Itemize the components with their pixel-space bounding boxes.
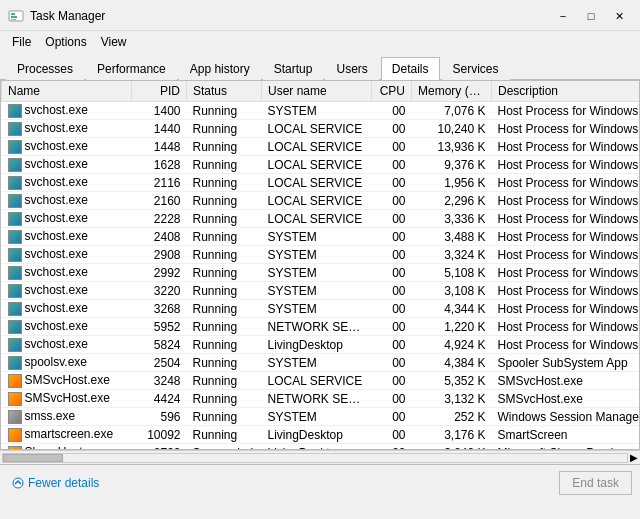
process-description: Host Process for Windows Ser... [492,210,641,228]
table-row[interactable]: svchost.exe1448RunningLOCAL SERVICE0013,… [2,138,641,156]
table-row[interactable]: smartscreen.exe10092RunningLivingDesktop… [2,426,641,444]
menu-options[interactable]: Options [39,33,92,51]
process-pid: 2992 [132,264,187,282]
process-name: svchost.exe [25,139,88,153]
svg-point-4 [13,478,23,488]
process-status: Running [187,282,262,300]
process-cpu: 00 [372,192,412,210]
process-status: Running [187,354,262,372]
table-row[interactable]: svchost.exe5824RunningLivingDesktop004,9… [2,336,641,354]
tab-bar: Processes Performance App history Startu… [0,53,640,80]
col-header-user[interactable]: User name [262,81,372,102]
process-cpu: 00 [372,102,412,120]
process-pid: 596 [132,408,187,426]
process-icon [8,212,22,226]
col-header-status[interactable]: Status [187,81,262,102]
col-header-name[interactable]: Name [2,81,132,102]
process-description: Host Process for Windows Ser... [492,336,641,354]
process-icon [8,176,22,190]
process-cpu: 00 [372,246,412,264]
table-row[interactable]: svchost.exe1400RunningSYSTEM007,076 KHos… [2,102,641,120]
fewer-details-label: Fewer details [28,476,99,490]
process-status: Running [187,138,262,156]
process-name: svchost.exe [25,247,88,261]
table-row[interactable]: svchost.exe3220RunningSYSTEM003,108 KHos… [2,282,641,300]
process-cpu: 00 [372,174,412,192]
table-row[interactable]: svchost.exe2160RunningLOCAL SERVICE002,2… [2,192,641,210]
table-row[interactable]: svchost.exe2116RunningLOCAL SERVICE001,9… [2,174,641,192]
process-memory: 3,324 K [412,246,492,264]
process-user: LOCAL SERVICE [262,156,372,174]
process-memory: 1,956 K [412,174,492,192]
process-cpu: 00 [372,318,412,336]
process-name: svchost.exe [25,103,88,117]
table-row[interactable]: svchost.exe2408RunningSYSTEM003,488 KHos… [2,228,641,246]
process-memory: 9,376 K [412,156,492,174]
menu-bar: File Options View [0,31,640,53]
process-memory: 4,924 K [412,336,492,354]
table-row[interactable]: smss.exe596RunningSYSTEM00252 KWindows S… [2,408,641,426]
process-memory: 1,220 K [412,318,492,336]
process-name: svchost.exe [25,193,88,207]
tab-performance[interactable]: Performance [86,57,177,80]
process-icon [8,356,22,370]
process-description: Host Process for Windows Ser... [492,282,641,300]
process-memory: 252 K [412,408,492,426]
menu-view[interactable]: View [95,33,133,51]
process-name: svchost.exe [25,337,88,351]
process-user: SYSTEM [262,282,372,300]
table-row[interactable]: svchost.exe1628RunningLOCAL SERVICE009,3… [2,156,641,174]
process-icon [8,284,22,298]
process-cpu: 00 [372,120,412,138]
table-row[interactable]: svchost.exe3268RunningSYSTEM004,344 KHos… [2,300,641,318]
tab-app-history[interactable]: App history [179,57,261,80]
col-header-desc[interactable]: Description [492,81,641,102]
process-name: svchost.exe [25,175,88,189]
process-pid: 2408 [132,228,187,246]
process-user: LivingDesktop [262,336,372,354]
tab-processes[interactable]: Processes [6,57,84,80]
process-name: SMSvcHost.exe [25,391,110,405]
tab-details[interactable]: Details [381,57,440,80]
process-pid: 2160 [132,192,187,210]
table-row[interactable]: svchost.exe1440RunningLOCAL SERVICE0010,… [2,120,641,138]
process-status: Running [187,318,262,336]
process-memory: 3,108 K [412,282,492,300]
process-icon [8,104,22,118]
process-pid: 3248 [132,372,187,390]
table-row[interactable]: spoolsv.exe2504RunningSYSTEM004,384 KSpo… [2,354,641,372]
col-header-cpu[interactable]: CPU [372,81,412,102]
process-memory: 2,296 K [412,192,492,210]
close-button[interactable]: ✕ [606,6,632,26]
table-row[interactable]: svchost.exe2992RunningSYSTEM005,108 KHos… [2,264,641,282]
table-row[interactable]: svchost.exe5952RunningNETWORK SERVICE001… [2,318,641,336]
tab-users[interactable]: Users [325,57,378,80]
tab-startup[interactable]: Startup [263,57,324,80]
process-pid: 2908 [132,246,187,264]
process-user: LivingDesktop [262,426,372,444]
table-container: Name PID Status User name CPU Memory (pr… [0,80,640,450]
process-cpu: 00 [372,408,412,426]
process-description: Spooler SubSystem App [492,354,641,372]
fewer-details-button[interactable]: Fewer details [8,474,103,492]
table-row[interactable]: svchost.exe2228RunningLOCAL SERVICE003,3… [2,210,641,228]
process-status: Running [187,372,262,390]
process-user: LOCAL SERVICE [262,174,372,192]
end-task-button[interactable]: End task [559,471,632,495]
process-status: Running [187,390,262,408]
process-pid: 3220 [132,282,187,300]
table-row[interactable]: svchost.exe2908RunningSYSTEM003,324 KHos… [2,246,641,264]
col-header-pid[interactable]: PID [132,81,187,102]
process-user: LOCAL SERVICE [262,138,372,156]
col-header-mem[interactable]: Memory (pri... [412,81,492,102]
process-user: SYSTEM [262,408,372,426]
tab-services[interactable]: Services [442,57,510,80]
table-row[interactable]: SMSvcHost.exe4424RunningNETWORK SERVICE0… [2,390,641,408]
menu-file[interactable]: File [6,33,37,51]
table-row[interactable]: SMSvcHost.exe3248RunningLOCAL SERVICE005… [2,372,641,390]
maximize-button[interactable]: □ [578,6,604,26]
process-cpu: 00 [372,228,412,246]
process-icon [8,392,22,406]
minimize-button[interactable]: − [550,6,576,26]
process-user: SYSTEM [262,354,372,372]
